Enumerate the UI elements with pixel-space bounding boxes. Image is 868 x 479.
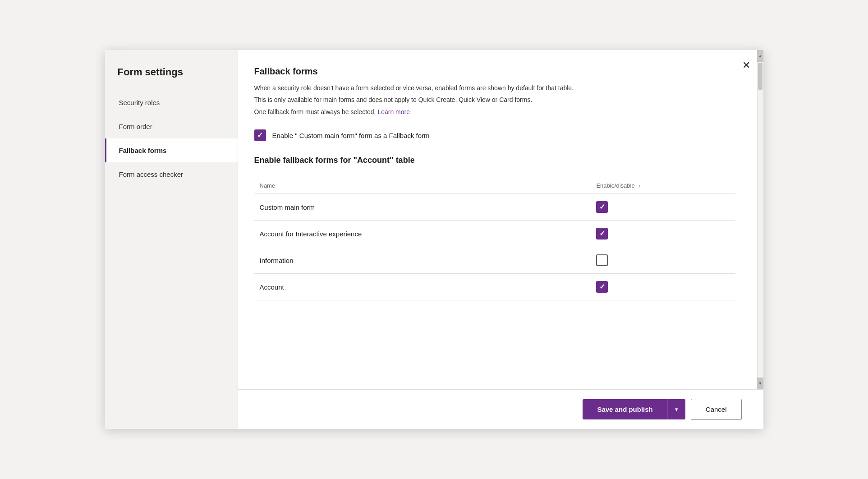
table-row: Information (254, 247, 735, 274)
col-header-enable[interactable]: Enable/disable ↑ (591, 178, 735, 194)
form-enable-cell: ✓ (591, 221, 735, 247)
footer: Save and publish ▾ Cancel (238, 389, 763, 429)
save-publish-button[interactable]: Save and publish (583, 399, 667, 419)
form-enable-cell: ✓ (591, 194, 735, 221)
form-enable-checkbox[interactable] (596, 254, 608, 266)
main-panel: ✕ Fallback forms When a security role do… (238, 50, 763, 429)
form-enable-cell: ✓ (591, 274, 735, 300)
scrollbar: ▲ ▼ (757, 50, 763, 389)
check-icon: ✓ (257, 132, 263, 139)
form-name-cell: Information (254, 247, 591, 274)
section-title: Fallback forms (254, 66, 735, 77)
sidebar-item-fallback-forms[interactable]: Fallback forms (105, 138, 238, 162)
cancel-button[interactable]: Cancel (691, 399, 742, 420)
table-row: Account for Interactive experience✓ (254, 221, 735, 247)
content-scrollbar-row: Fallback forms When a security role does… (238, 50, 763, 389)
scroll-thumb[interactable] (758, 63, 762, 90)
save-publish-group: Save and publish ▾ (583, 399, 685, 419)
close-icon: ✕ (742, 60, 750, 71)
sidebar-item-form-access-checker[interactable]: Form access checker (105, 162, 238, 186)
description-line2: This is only available for main forms an… (254, 95, 735, 105)
save-publish-dropdown-button[interactable]: ▾ (667, 399, 685, 419)
sidebar-title: Form settings (105, 50, 238, 91)
content-area: Fallback forms When a security role does… (238, 50, 757, 389)
sidebar: Form settings Security rolesForm orderFa… (105, 50, 238, 429)
form-name-cell: Account for Interactive experience (254, 221, 591, 247)
description-line1: When a security role doesn't have a form… (254, 83, 735, 93)
enable-fallback-checkbox[interactable]: ✓ (254, 129, 266, 141)
enable-fallback-label: Enable " Custom main form" form as a Fal… (272, 132, 430, 139)
form-settings-dialog: Form settings Security rolesForm orderFa… (105, 50, 763, 429)
sidebar-item-security-roles[interactable]: Security roles (105, 91, 238, 115)
sidebar-item-form-order[interactable]: Form order (105, 115, 238, 138)
sort-icon: ↑ (638, 183, 641, 189)
form-name-cell: Account (254, 274, 591, 300)
form-enable-cell (591, 247, 735, 274)
description-line3-text: One fallback form must always be selecte… (254, 108, 376, 115)
check-icon: ✓ (599, 230, 605, 237)
close-button[interactable]: ✕ (738, 57, 754, 74)
form-enable-checkbox[interactable]: ✓ (596, 281, 608, 293)
table-row: Custom main form✓ (254, 194, 735, 221)
learn-more-link[interactable]: Learn more (377, 108, 410, 115)
check-icon: ✓ (599, 203, 605, 211)
dropdown-icon: ▾ (675, 406, 678, 413)
subsection-title: Enable fallback forms for "Account" tabl… (254, 156, 735, 165)
form-enable-checkbox[interactable]: ✓ (596, 228, 608, 240)
col-header-name: Name (254, 178, 591, 194)
forms-table: Name Enable/disable ↑ Custom main form✓A… (254, 178, 735, 300)
scroll-up-btn[interactable]: ▲ (757, 50, 763, 62)
form-enable-checkbox[interactable]: ✓ (596, 201, 608, 213)
table-row: Account✓ (254, 274, 735, 300)
table-header-row: Name Enable/disable ↑ (254, 178, 735, 194)
scroll-down-btn[interactable]: ▼ (757, 378, 763, 389)
form-name-cell: Custom main form (254, 194, 591, 221)
sidebar-nav: Security rolesForm orderFallback formsFo… (105, 91, 238, 186)
check-icon: ✓ (599, 283, 605, 290)
enable-fallback-row: ✓ Enable " Custom main form" form as a F… (254, 129, 735, 141)
description-line3: One fallback form must always be selecte… (254, 107, 735, 117)
